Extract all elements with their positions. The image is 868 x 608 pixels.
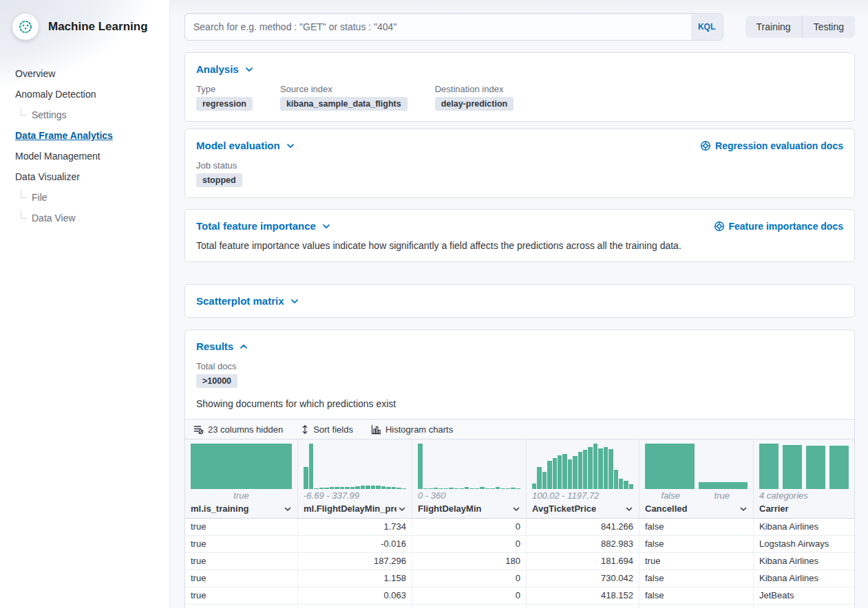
table-cell: -0.016 (298, 536, 412, 552)
chevron-down-icon[interactable] (396, 503, 407, 514)
sidebar-item-data-frame-analytics[interactable]: Data Frame Analytics (0, 125, 169, 146)
histogram-bar (392, 487, 396, 489)
histogram-bar (396, 488, 401, 489)
grid-column-header-cancelled[interactable]: falsetrueCancelled (639, 439, 754, 518)
column-name-row: ml.is_training (185, 501, 297, 518)
histogram-bar (459, 488, 464, 489)
sidebar-item-data-visualizer[interactable]: Data Visualizer (0, 166, 169, 187)
histogram-icon (371, 424, 381, 435)
kql-language-button[interactable]: KQL (691, 14, 723, 40)
sidebar-item-overview[interactable]: Overview (0, 63, 169, 84)
column-histogram (639, 444, 753, 489)
feature-importance-docs-link[interactable]: Feature importance docs (714, 221, 844, 232)
column-histogram (754, 444, 854, 489)
sort-icon (301, 424, 309, 435)
table-cell: JetBeats (754, 605, 854, 608)
column-histogram (185, 444, 297, 489)
scatterplot-matrix-accordion-toggle[interactable]: Scatterplot matrix (196, 295, 300, 307)
histogram-bar (428, 488, 433, 489)
sidebar: Machine Learning OverviewAnomaly Detecti… (0, 0, 170, 608)
table-cell: 1.734 (298, 519, 412, 535)
analysis-panel: Analysis TyperegressionSource indexkiban… (184, 52, 855, 122)
histogram-bar (537, 467, 541, 489)
column-name-row: Carrier (754, 501, 854, 518)
model-evaluation-accordion-toggle[interactable]: Model evaluation (196, 140, 296, 151)
histogram-bar (645, 444, 695, 489)
grid-column-header-avgticketprice[interactable]: 100.02 - 1197.72AvgTicketPrice (527, 439, 639, 518)
sidebar-item-model-management[interactable]: Model Management (0, 146, 169, 166)
analysis-fields: TyperegressionSource indexkibana_sample_… (196, 84, 843, 111)
table-cell: false (639, 605, 754, 608)
histogram-bar (588, 447, 592, 489)
table-row[interactable]: true0.0630418.152falseJetBeats (185, 587, 854, 605)
field-source-index: Source indexkibana_sample_data_flights (280, 84, 407, 111)
total-feature-importance-title: Total feature importance (196, 220, 316, 232)
chevron-down-icon[interactable] (282, 503, 293, 514)
field-label: Source index (280, 84, 407, 94)
grid-column-header-flightdelaymin[interactable]: 0 - 360FlightDelayMin (412, 439, 527, 518)
histogram-bar (583, 450, 587, 489)
histogram-bar (355, 486, 360, 489)
field-value-badge: kibana_sample_data_flights (280, 97, 407, 111)
table-cell: true (185, 553, 298, 569)
sort-fields-button[interactable]: Sort fields (301, 424, 353, 435)
total-feature-importance-accordion-toggle[interactable]: Total feature importance (196, 220, 332, 232)
sidebar-item-file[interactable]: File (0, 187, 169, 208)
sidebar-nav: OverviewAnomaly DetectionSettingsData Fr… (0, 63, 169, 228)
table-cell: 0 (412, 536, 527, 552)
histogram-bar (598, 448, 602, 489)
testing-filter-button[interactable]: Testing (802, 16, 855, 38)
histogram-bar (511, 488, 516, 489)
table-cell: true (185, 587, 298, 604)
histogram-bar (806, 446, 825, 489)
chevron-down-icon (244, 64, 255, 75)
table-cell: 300 (412, 605, 527, 608)
column-name: Carrier (759, 503, 789, 514)
table-cell: 730.042 (527, 570, 639, 587)
histogram-range-label: true (185, 489, 297, 501)
histogram-charts-button[interactable]: Histogram charts (371, 424, 453, 435)
tree-connector (21, 190, 27, 198)
histogram-bar (418, 444, 423, 489)
sidebar-item-settings[interactable]: Settings (0, 105, 169, 125)
histogram-bar (619, 479, 623, 489)
histogram-bar (314, 488, 319, 489)
table-row[interactable]: true187.296180181.694trueKibana Airlines (185, 553, 854, 570)
table-row[interactable]: true-0.0160882.983falseLogstash Airways (185, 536, 854, 553)
histogram-bar (366, 486, 370, 489)
chevron-down-icon[interactable] (738, 503, 749, 514)
regression-evaluation-docs-link[interactable]: Regression evaluation docs (700, 140, 843, 151)
sidebar-item-data-view[interactable]: Data View (0, 208, 169, 228)
chevron-down-icon (289, 296, 300, 307)
sidebar-item-anomaly-detection[interactable]: Anomaly Detection (0, 84, 169, 105)
table-row[interactable]: true299.765300180.247falseJetBeats (185, 605, 854, 608)
range-label-text: true (697, 490, 748, 501)
histogram-bar (381, 486, 386, 489)
histogram-bar (438, 488, 443, 489)
table-cell: false (639, 519, 754, 535)
histogram-bar (500, 488, 505, 489)
search-row: KQL TrainingTesting (184, 13, 855, 41)
grid-column-header-ml-is-training[interactable]: trueml.is_training (185, 439, 298, 518)
chevron-down-icon[interactable] (511, 503, 522, 514)
search-input[interactable] (185, 14, 691, 40)
columns-hidden-button[interactable]: 23 columns hidden (193, 424, 283, 435)
table-cell: 0 (412, 587, 527, 604)
tree-connector (21, 210, 27, 219)
table-row[interactable]: true1.1580730.042falseKibana Airlines (185, 570, 854, 587)
training-filter-button[interactable]: Training (745, 16, 802, 38)
table-cell: false (639, 536, 754, 552)
table-row[interactable]: true1.7340841.266falseKibana Airlines (185, 519, 854, 536)
range-label-text: false (645, 490, 697, 501)
histogram-bar (319, 488, 324, 489)
chevron-down-icon[interactable] (624, 503, 635, 514)
histogram-bar (361, 486, 366, 489)
histogram-bar (553, 458, 557, 489)
grid-column-header-ml-flightdelaymin-prediction[interactable]: -6.69 - 337.99ml.FlightDelayMin_predicti… (298, 439, 412, 518)
results-accordion-toggle[interactable]: Results (196, 340, 249, 352)
table-cell: 882.983 (527, 536, 639, 552)
grid-column-header-carrier[interactable]: 4 categoriesCarrier (754, 439, 854, 518)
histogram-bar (496, 487, 500, 489)
analysis-accordion-toggle[interactable]: Analysis (196, 63, 255, 75)
chevron-up-icon (238, 341, 249, 352)
